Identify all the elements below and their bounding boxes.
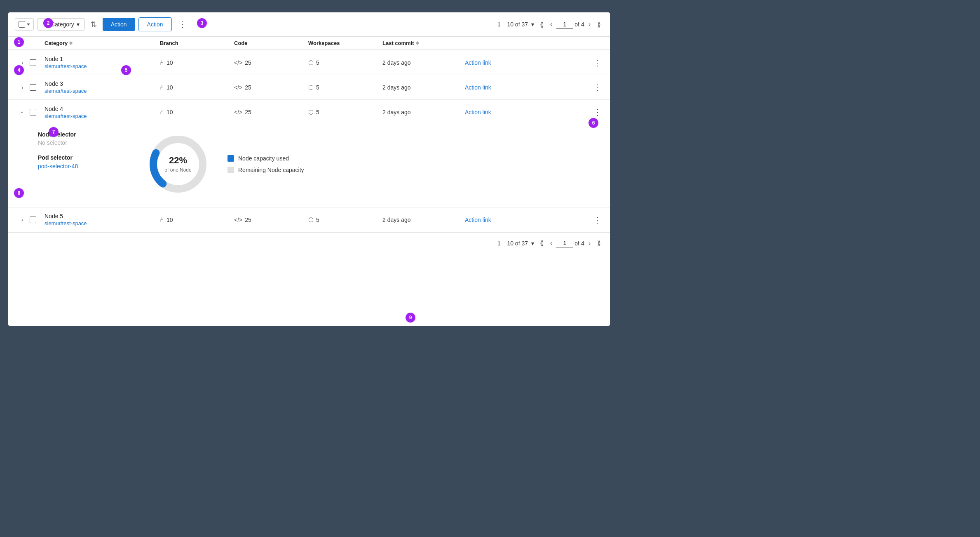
annotation-2: 2 [43, 18, 53, 28]
pagination-dropdown-icon[interactable]: ▾ [531, 21, 534, 28]
bottom-pagination-dropdown-icon[interactable]: ▾ [531, 240, 534, 247]
legend-remaining-swatch [227, 167, 234, 173]
row1-subtitle[interactable]: siemur/test-space [45, 63, 160, 69]
annotation-3: 3 [197, 18, 207, 28]
row3-code: </> 25 [234, 84, 308, 91]
page-range-label: 1 – 10 of 37 [497, 21, 528, 28]
table-header: Category Branch Code Workspaces Last com… [8, 37, 610, 50]
code-icon: </> [234, 109, 242, 115]
bottom-first-page-button[interactable]: ⟪ [537, 238, 546, 249]
table-row: › Node 5 siemur/test-space ⑃ 10 </> 25 ⬡… [8, 207, 610, 232]
row5-more-button[interactable]: ⋮ [592, 213, 603, 226]
bottom-pagination-nav: ⟪ ‹ of 4 › ⟫ [537, 238, 603, 249]
prev-page-button[interactable]: ‹ [548, 19, 555, 30]
expand-row5-button[interactable]: › [15, 215, 30, 225]
row4-action-link[interactable]: Action link [465, 109, 579, 115]
row1-workspaces: ⬡ 5 [308, 59, 382, 66]
selector-section: Node selector No selector Pod selector p… [38, 131, 120, 197]
of-pages-label: of 4 [574, 21, 584, 28]
select-all-dropdown[interactable] [15, 18, 34, 31]
col-header-last-commit: Last commit [382, 40, 465, 46]
row4-workspaces: ⬡ 5 [308, 108, 382, 116]
code-icon: </> [234, 84, 242, 91]
code-icon: </> [234, 217, 242, 223]
row4-branch: ⑃ 10 [160, 108, 234, 116]
donut-subtitle: of one Node [164, 167, 191, 173]
row5-code: </> 25 [234, 217, 308, 223]
row3-name-cell: Node 3 siemur/test-space [45, 80, 160, 94]
donut-percentage: 22% [164, 155, 191, 166]
annotation-4: 4 [14, 65, 24, 75]
row4-subtitle[interactable]: siemur/test-space [45, 113, 160, 119]
row5-title: Node 5 [45, 213, 160, 219]
legend-used-label: Node capacity used [238, 155, 289, 162]
row1-action-link[interactable]: Action link [465, 59, 579, 66]
donut-section: 22% of one Node Node capacity used Remai… [145, 131, 304, 197]
table: Category Branch Code Workspaces Last com… [8, 37, 610, 232]
pagination-nav: ⟪ ‹ of 4 › ⟫ [537, 19, 603, 30]
pod-selector-value[interactable]: pod-selector-48 [38, 163, 78, 170]
annotation-7: 7 [49, 127, 59, 137]
row3-more-button[interactable]: ⋮ [592, 81, 603, 94]
table-row: › Node 4 siemur/test-space ⑃ 10 </> 25 ⬡… [8, 100, 610, 125]
row1-title: Node 1 [45, 56, 160, 62]
table-row: › Node 1 siemur/test-space ⑃ 10 </> 25 ⬡… [8, 50, 610, 75]
category-sort-icon[interactable] [69, 41, 73, 45]
annotation-6: 6 [588, 118, 598, 128]
row5-checkbox[interactable] [30, 217, 36, 223]
table-row: › Node 3 siemur/test-space ⑃ 10 </> 25 ⬡… [8, 75, 610, 100]
row4-more-button[interactable]: ⋮ [592, 106, 603, 119]
donut-legend: Node capacity used Remaining Node capaci… [227, 155, 304, 173]
expand-row3-button[interactable]: › [15, 82, 30, 92]
row3-subtitle[interactable]: siemur/test-space [45, 88, 160, 94]
last-page-button[interactable]: ⟫ [595, 19, 603, 30]
row5-workspaces: ⬡ 5 [308, 216, 382, 224]
select-all-chevron-icon [27, 24, 30, 26]
row4-checkbox[interactable] [30, 109, 36, 115]
col-header-workspaces: Workspaces [308, 40, 382, 46]
row4-title: Node 4 [45, 106, 160, 112]
select-all-checkbox[interactable] [19, 21, 25, 28]
first-page-button[interactable]: ⟪ [537, 19, 546, 30]
row5-subtitle[interactable]: siemur/test-space [45, 220, 160, 226]
row1-checkbox[interactable] [30, 59, 36, 66]
bottom-last-page-button[interactable]: ⟫ [595, 238, 603, 249]
sort-button[interactable]: ⇅ [88, 17, 99, 31]
bottom-next-page-button[interactable]: › [586, 238, 593, 249]
col-header-code: Code [234, 40, 308, 46]
row1-last-commit: 2 days ago [382, 59, 465, 66]
row4-last-commit: 2 days ago [382, 109, 465, 115]
expand-row4-button[interactable]: › [17, 105, 27, 120]
row3-branch: ⑃ 10 [160, 84, 234, 91]
row4-name-cell: Node 4 siemur/test-space [45, 106, 160, 119]
row1-more-button[interactable]: ⋮ [592, 56, 603, 69]
action-outline-button[interactable]: Action [138, 17, 172, 31]
annotation-9: 9 [406, 313, 415, 323]
legend-item-remaining: Remaining Node capacity [227, 167, 304, 173]
bottom-page-range: 1 – 10 of 37 [497, 240, 528, 247]
workspace-icon: ⬡ [308, 84, 314, 91]
row1-name-cell: Node 1 siemur/test-space [45, 56, 160, 69]
filter-label: Category [51, 21, 74, 28]
row5-last-commit: 2 days ago [382, 217, 465, 223]
row5-action-link[interactable]: Action link [465, 217, 579, 223]
bottom-prev-page-button[interactable]: ‹ [548, 238, 555, 249]
workspace-icon: ⬡ [308, 59, 314, 66]
workspace-icon: ⬡ [308, 108, 314, 116]
last-commit-sort-icon[interactable] [416, 41, 419, 45]
donut-center: 22% of one Node [164, 155, 191, 173]
bottom-pagination-bar: 1 – 10 of 37 ▾ ⟪ ‹ of 4 › ⟫ [8, 232, 610, 254]
row3-action-link[interactable]: Action link [465, 84, 579, 91]
action-filled-button[interactable]: Action [103, 18, 135, 31]
pod-selector-label: Pod selector [38, 154, 120, 161]
more-menu-button[interactable]: ⋮ [175, 18, 190, 31]
row1-branch: ⑃ 10 [160, 59, 234, 66]
annotation-8: 8 [14, 188, 24, 198]
bottom-page-number-input[interactable] [556, 239, 573, 247]
row3-checkbox[interactable] [30, 84, 36, 91]
pagination-info: 1 – 10 of 37 ▾ [497, 21, 534, 28]
legend-used-swatch [227, 155, 234, 162]
toolbar: ▼ Category ▾ ⇅ Action Action ⋮ 1 – 10 of… [8, 12, 610, 37]
next-page-button[interactable]: › [586, 19, 593, 30]
page-number-input[interactable] [556, 20, 573, 29]
